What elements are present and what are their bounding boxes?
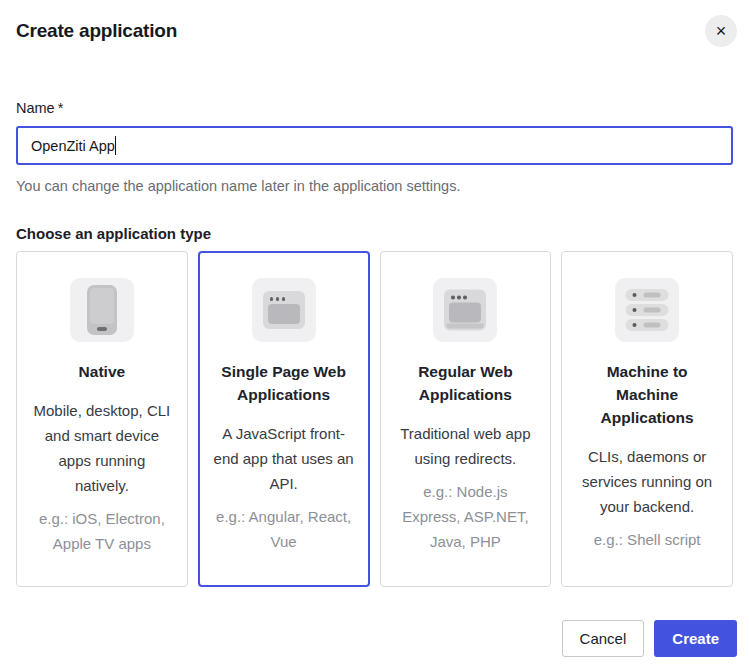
- machine-server-stack-icon: [615, 278, 679, 342]
- card-description: A JavaScript front-end app that uses an …: [213, 421, 355, 496]
- app-type-card-machine-to-machine[interactable]: Machine to Machine Applications CLIs, da…: [561, 251, 733, 587]
- dialog-footer: Cancel Create: [562, 620, 737, 657]
- dialog-title: Create application: [16, 20, 177, 42]
- application-name-input[interactable]: [16, 126, 733, 165]
- name-field-label: Name*: [16, 100, 733, 117]
- spa-browser-icon: [252, 278, 316, 342]
- close-button[interactable]: ×: [705, 15, 737, 47]
- name-input-wrapper: OpenZiti App: [16, 126, 733, 165]
- card-example: e.g.: iOS, Electron, Apple TV apps: [31, 506, 173, 556]
- required-marker: *: [58, 100, 64, 116]
- card-example: e.g.: Shell script: [576, 527, 718, 552]
- card-title: Single Page Web Applications: [220, 360, 348, 406]
- card-description: Traditional web app using redirects.: [394, 421, 536, 471]
- app-type-card-spa[interactable]: Single Page Web Applications A JavaScrip…: [198, 251, 370, 587]
- card-description: CLIs, daemons or services running on you…: [576, 444, 718, 519]
- application-type-section-label: Choose an application type: [16, 225, 733, 242]
- close-icon: ×: [716, 22, 727, 40]
- card-description: Mobile, desktop, CLI and smart device ap…: [31, 398, 173, 498]
- application-type-cards: Native Mobile, desktop, CLI and smart de…: [16, 251, 733, 587]
- create-button[interactable]: Create: [654, 620, 737, 657]
- card-example: e.g.: Node.js Express, ASP.NET, Java, PH…: [394, 479, 536, 554]
- dialog-body: Name* OpenZiti App You can change the ap…: [0, 100, 749, 587]
- app-type-card-regular-web[interactable]: Regular Web Applications Traditional web…: [380, 251, 552, 587]
- app-type-card-native[interactable]: Native Mobile, desktop, CLI and smart de…: [16, 251, 188, 587]
- card-title: Machine to Machine Applications: [583, 360, 711, 429]
- mobile-icon: [70, 278, 134, 342]
- card-title: Native: [38, 360, 166, 383]
- card-title: Regular Web Applications: [401, 360, 529, 406]
- create-application-dialog: Create application × Name* OpenZiti App …: [0, 0, 749, 670]
- dialog-header: Create application ×: [0, 0, 749, 47]
- card-example: e.g.: Angular, React, Vue: [213, 504, 355, 554]
- name-helper-text: You can change the application name late…: [16, 178, 733, 195]
- regular-web-browser-icon: [433, 278, 497, 342]
- cancel-button[interactable]: Cancel: [562, 620, 645, 657]
